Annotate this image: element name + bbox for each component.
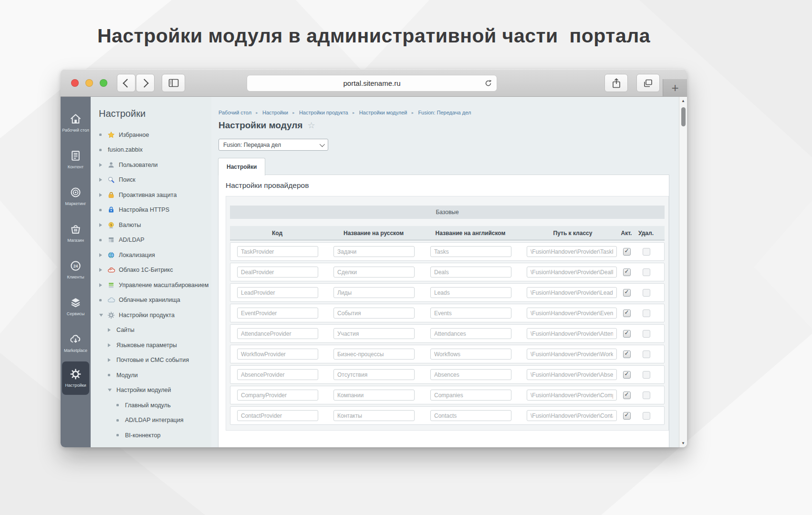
tree-expand-marker[interactable] [108, 358, 113, 362]
delete-checkbox[interactable] [643, 289, 650, 297]
name-en-input[interactable] [430, 369, 511, 380]
breadcrumb-link[interactable]: Fusion: Передача дел [418, 110, 471, 115]
name-en-input[interactable] [430, 328, 511, 339]
class-path-input[interactable] [527, 287, 617, 298]
tree-expand-marker[interactable] [99, 149, 104, 151]
scrollbar-thumb[interactable] [681, 107, 686, 126]
sidebar-item[interactable]: AD/LDAP [91, 233, 211, 248]
name-ru-input[interactable] [333, 246, 415, 257]
code-input[interactable] [237, 246, 318, 257]
code-input[interactable] [237, 390, 318, 401]
sidebar-item[interactable]: Избранное [91, 127, 211, 143]
name-ru-input[interactable] [333, 369, 415, 380]
active-checkbox[interactable] [623, 248, 631, 256]
breadcrumb-link[interactable]: Настройки модулей [359, 110, 407, 115]
sidebar-item[interactable]: Настройки продукта [91, 308, 211, 323]
delete-checkbox[interactable] [643, 412, 650, 420]
name-en-input[interactable] [430, 308, 511, 319]
sidebar-item[interactable]: Локализация [91, 247, 211, 263]
name-ru-input[interactable] [333, 267, 415, 278]
sidebar-item[interactable]: Языковые параметры [91, 338, 211, 353]
code-input[interactable] [237, 308, 318, 319]
tree-expand-marker[interactable] [108, 389, 113, 391]
class-path-input[interactable] [527, 328, 617, 339]
tree-expand-marker[interactable] [99, 178, 104, 182]
sidebar-item[interactable]: Проактивная защита [91, 187, 211, 203]
tab-settings[interactable]: Настройки [218, 158, 265, 175]
tree-expand-marker[interactable] [99, 209, 104, 211]
code-input[interactable] [237, 410, 318, 421]
name-en-input[interactable] [430, 390, 511, 401]
zoom-window-button[interactable] [100, 79, 107, 87]
active-checkbox[interactable] [623, 412, 631, 420]
new-tab-button[interactable]: + [663, 79, 687, 96]
sidebar-item[interactable]: Валюты [91, 217, 211, 233]
active-checkbox[interactable] [623, 330, 631, 338]
scroll-down-arrow[interactable]: ▼ [679, 441, 687, 445]
name-ru-input[interactable] [333, 349, 415, 360]
code-input[interactable] [237, 287, 318, 298]
delete-checkbox[interactable] [643, 350, 650, 358]
class-path-input[interactable] [527, 410, 617, 421]
sidebar-item[interactable]: Настройки модулей [91, 383, 211, 398]
sidebar-item[interactable]: Облачные хранилища [91, 293, 211, 308]
tree-expand-marker[interactable] [108, 374, 113, 376]
sidebar-toggle-button[interactable] [162, 74, 185, 92]
active-checkbox[interactable] [623, 371, 631, 379]
tree-expand-marker[interactable] [116, 419, 121, 422]
rail-item[interactable]: Настройки [62, 361, 89, 395]
tree-expand-marker[interactable] [116, 404, 121, 406]
favorite-star-icon[interactable]: ☆ [307, 120, 315, 131]
sidebar-item[interactable]: AD/LDAP интеграция [91, 413, 211, 428]
class-path-input[interactable] [527, 390, 617, 401]
show-tabs-button[interactable] [636, 74, 660, 92]
active-checkbox[interactable] [623, 391, 631, 399]
code-input[interactable] [237, 267, 318, 278]
rail-item[interactable]: Рабочий стол [61, 104, 91, 141]
rail-item[interactable]: Контент [61, 141, 91, 178]
name-ru-input[interactable] [333, 287, 415, 298]
name-ru-input[interactable] [333, 410, 415, 421]
class-path-input[interactable] [527, 267, 617, 278]
scroll-up-arrow[interactable]: ▲ [679, 99, 687, 103]
reload-icon[interactable] [484, 79, 492, 87]
rail-item[interactable]: Сервисы [61, 288, 91, 325]
name-en-input[interactable] [430, 287, 511, 298]
sidebar-item[interactable]: Пользователи [91, 157, 211, 173]
rail-item[interactable]: Маркетинг [61, 178, 91, 215]
active-checkbox[interactable] [623, 289, 631, 297]
back-button[interactable] [117, 74, 135, 92]
class-path-input[interactable] [527, 308, 617, 319]
delete-checkbox[interactable] [643, 330, 650, 338]
breadcrumb-link[interactable]: Настройки продукта [299, 110, 348, 115]
active-checkbox[interactable] [623, 268, 631, 276]
sidebar-item[interactable]: fusion.zabbix [91, 143, 211, 158]
class-path-input[interactable] [527, 349, 617, 360]
sidebar-item[interactable]: Настройка HTTPS [91, 203, 211, 218]
breadcrumb-link[interactable]: Рабочий стол [219, 110, 251, 115]
sidebar-item[interactable]: BI-коннектор [91, 428, 211, 443]
tree-expand-marker[interactable] [99, 134, 104, 136]
name-ru-input[interactable] [333, 308, 415, 319]
delete-checkbox[interactable] [643, 309, 650, 317]
tree-expand-marker[interactable] [108, 343, 113, 347]
name-en-input[interactable] [430, 246, 511, 257]
sidebar-item[interactable]: Управление масштабированием [91, 278, 211, 293]
tree-expand-marker[interactable] [99, 314, 104, 317]
minimize-window-button[interactable] [85, 79, 93, 87]
tree-expand-marker[interactable] [99, 239, 104, 241]
rail-item[interactable]: Клиенты [61, 251, 91, 288]
rail-item[interactable]: Магазин [61, 215, 91, 251]
name-en-input[interactable] [430, 349, 511, 360]
delete-checkbox[interactable] [643, 371, 650, 379]
class-path-input[interactable] [527, 246, 617, 257]
code-input[interactable] [237, 328, 318, 339]
active-checkbox[interactable] [623, 309, 631, 317]
sidebar-item[interactable]: Почтовые и СМС события [91, 353, 211, 368]
tree-expand-marker[interactable] [99, 163, 104, 167]
share-button[interactable] [604, 74, 628, 92]
breadcrumb-link[interactable]: Настройки [262, 110, 288, 115]
module-select[interactable]: Fusion: Передача дел [219, 139, 328, 151]
sidebar-item[interactable]: Модули [91, 368, 211, 383]
tree-expand-marker[interactable] [99, 223, 104, 227]
